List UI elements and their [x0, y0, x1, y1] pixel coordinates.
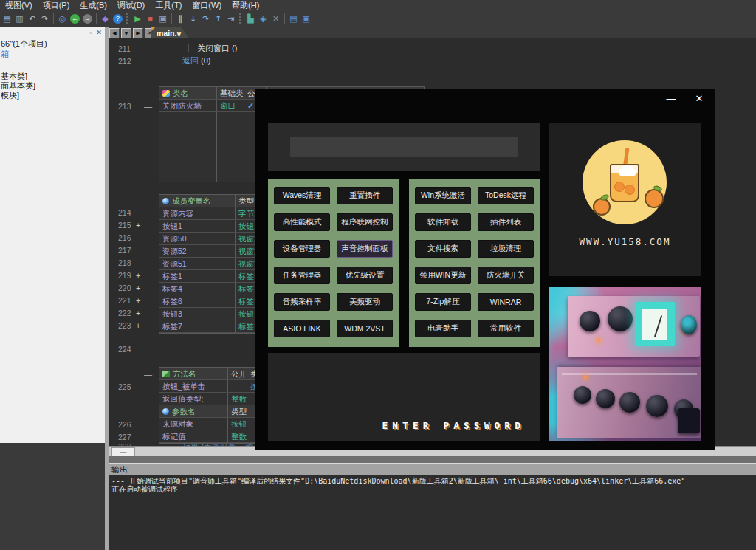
fold-marker[interactable]: — — [144, 102, 152, 111]
find-icon[interactable]: ◎ — [56, 13, 69, 24]
line-number: 225 — [118, 382, 131, 391]
fold-marker[interactable]: — — [144, 89, 152, 97]
tab-dropdown-button[interactable]: ▼ — [121, 28, 131, 38]
menu-tools[interactable]: 工具(T) — [150, 0, 187, 11]
toolbar-separator — [96, 13, 97, 24]
scrollbar-thumb[interactable]: — — [111, 447, 135, 456]
expand-marker[interactable]: + — [136, 296, 140, 305]
tab-scroll-right-button[interactable]: ▶ — [133, 28, 143, 38]
close-button[interactable]: ✕ — [693, 92, 706, 105]
juice-illustration — [583, 140, 667, 224]
expand-marker[interactable]: + — [136, 283, 140, 292]
fold-marker[interactable]: — — [144, 196, 152, 205]
task-manager-button[interactable]: 任务管理器 — [274, 267, 330, 284]
win-activate-button[interactable]: Win系统激活 — [415, 187, 471, 204]
copy-icon[interactable]: ▤ — [1, 13, 13, 24]
website-label: WWW.YU158.COM — [549, 236, 701, 247]
todesk-button[interactable]: ToDesk远程 — [478, 187, 534, 204]
toolbar-grip — [126, 13, 129, 24]
orange-icon — [593, 198, 611, 216]
fold-marker[interactable]: — — [144, 408, 152, 416]
line-number: 221 — [118, 296, 131, 305]
batch-build-icon[interactable]: ◈ — [257, 13, 269, 24]
sound-panel-button[interactable]: 声音控制面板 — [337, 240, 393, 258]
step-into-icon[interactable]: ↧ — [187, 13, 199, 24]
nav-back-icon[interactable]: ← — [70, 14, 80, 24]
file-search-button[interactable]: 文件搜索 — [415, 240, 471, 258]
brand-panel: WWW.YU158.COM — [549, 123, 701, 276]
orange-slice-icon — [614, 182, 625, 192]
menu-view[interactable]: 视图(V) — [0, 0, 38, 11]
view-results-icon[interactable]: ▣ — [300, 13, 312, 24]
high-performance-button[interactable]: 高性能模式 — [274, 213, 330, 231]
lower-left-area — [0, 443, 105, 550]
step-over-icon[interactable]: ↷ — [199, 13, 212, 24]
asio-link-button[interactable]: ASIO LINK — [274, 320, 330, 337]
method-icon — [162, 371, 170, 377]
code-line[interactable]: 返回 (0) — [182, 55, 211, 66]
studio-gear-photo — [549, 287, 701, 441]
build-icon[interactable]: ▙ — [244, 13, 257, 24]
pin-icon[interactable]: ▫ — [89, 29, 92, 36]
common-software-button[interactable]: 常用软件 — [478, 320, 534, 337]
toolbar-separator — [171, 13, 172, 24]
step-out-icon[interactable]: ↥ — [212, 13, 224, 24]
tree-item-project[interactable]: 66"(1个项目) — [1, 38, 47, 49]
edm-helper-button[interactable]: 电音助手 — [415, 320, 471, 337]
close-icon[interactable]: ✕ — [96, 29, 102, 36]
processes-icon[interactable]: ▣ — [157, 13, 169, 24]
paste-icon[interactable]: ▥ — [13, 13, 26, 24]
undo-icon[interactable]: ↶ — [26, 13, 38, 24]
winrar-button[interactable]: WINRAR — [478, 293, 534, 311]
tree-item-selected[interactable]: 箱 — [1, 49, 9, 60]
waves-clean-button[interactable]: Waves清理 — [274, 187, 330, 204]
photo-rack-unit-top — [568, 296, 700, 357]
expand-marker[interactable]: + — [136, 321, 140, 330]
tab-main-v[interactable]: main.v — [151, 27, 189, 38]
password-input[interactable] — [290, 137, 518, 157]
disable-update-button[interactable]: 禁用WIN更新 — [415, 267, 471, 284]
menu-project[interactable]: 项目(P) — [38, 0, 75, 11]
nav-forward-icon[interactable]: → — [83, 14, 92, 24]
pause-icon[interactable]: ∥ — [174, 13, 187, 24]
enter-password-panel: ENTER PASSWORD — [268, 353, 540, 441]
minimize-button[interactable]: — — [664, 92, 678, 105]
tab-scroll-left-button[interactable]: ◀ — [109, 28, 120, 38]
expand-marker[interactable]: + — [136, 309, 140, 317]
menu-window[interactable]: 窗口(W) — [187, 0, 227, 11]
tree-item-module[interactable]: 模块] — [1, 90, 19, 101]
fold-marker[interactable]: — — [144, 370, 152, 379]
orange-slice-icon — [625, 185, 635, 195]
tab-label: main.v — [157, 29, 181, 38]
output-header[interactable]: 输出 — [109, 463, 756, 476]
output-splitter[interactable] — [109, 456, 756, 463]
sample-rate-button[interactable]: 音频采样率 — [274, 293, 330, 311]
expand-marker[interactable]: + — [136, 221, 140, 230]
menu-help[interactable]: 帮助(H) — [227, 0, 264, 11]
audio-driver-button[interactable]: 美频驱动 — [337, 293, 393, 311]
7zip-button[interactable]: 7-Zip解压 — [415, 293, 471, 311]
junk-clean-button[interactable]: 垃圾清理 — [478, 240, 534, 258]
line-number: 216 — [118, 233, 131, 242]
firewall-button[interactable]: 防火墙开关 — [478, 267, 534, 284]
wdm-2vst-button[interactable]: WDM 2VST — [337, 320, 393, 337]
line-number: 226 — [118, 420, 131, 429]
run-icon[interactable]: ▶ — [131, 13, 144, 24]
uninstall-button[interactable]: 软件卸载 — [415, 213, 471, 231]
help-icon[interactable]: ? — [113, 14, 123, 24]
expand-marker[interactable]: + — [136, 271, 140, 280]
run-to-cursor-icon[interactable]: ⇥ — [224, 13, 237, 24]
menu-debug[interactable]: 调试(D) — [112, 0, 150, 11]
priority-button[interactable]: 优先级设置 — [337, 267, 393, 284]
redo-icon[interactable]: ↷ — [38, 13, 51, 24]
clean-icon[interactable]: ✕ — [269, 13, 282, 24]
about-icon[interactable]: ◆ — [99, 13, 111, 24]
net-control-button[interactable]: 程序联网控制 — [337, 213, 393, 231]
code-line[interactable]: 关闭窗口 () — [197, 43, 237, 54]
plugin-list-button[interactable]: 插件列表 — [478, 213, 534, 231]
device-manager-button[interactable]: 设备管理器 — [274, 240, 330, 258]
reset-plugins-button[interactable]: 重置插件 — [337, 187, 393, 204]
menu-build[interactable]: 生成(B) — [75, 0, 112, 11]
stop-icon[interactable]: ■ — [144, 13, 157, 24]
view-properties-icon[interactable]: ▤ — [287, 13, 300, 24]
